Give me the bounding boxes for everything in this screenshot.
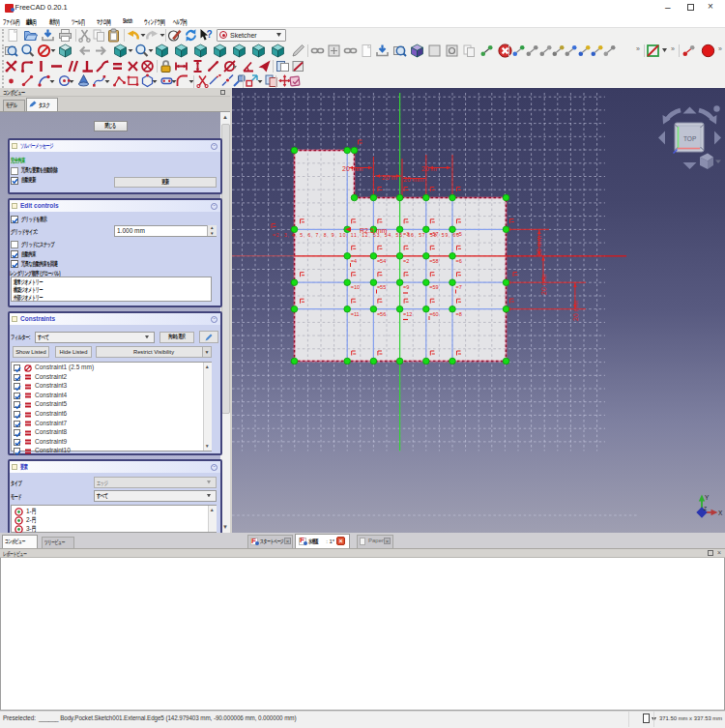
svg-text:R2.5 mm: R2.5 mm <box>360 227 388 234</box>
svg-text:=59: =59 <box>429 284 438 290</box>
svg-text:20 mm: 20 mm <box>403 176 424 183</box>
svg-text:X: X <box>718 510 723 516</box>
svg-text:=55: =55 <box>377 284 386 290</box>
svg-text:=60: =60 <box>429 311 438 317</box>
svg-text:20 mm: 20 mm <box>342 165 363 172</box>
svg-text:20 mm: 20 mm <box>572 300 579 321</box>
svg-text:=5: =5 <box>456 231 462 237</box>
svg-text:=57: =57 <box>429 231 438 237</box>
svg-text:20 m: 20 m <box>382 174 397 181</box>
svg-text:=58: =58 <box>429 258 438 264</box>
svg-text:Z: Z <box>704 506 707 511</box>
svg-text:20 mm: 20 mm <box>536 235 542 256</box>
svg-text:=4: =4 <box>351 258 357 264</box>
svg-text:=8: =8 <box>456 311 462 317</box>
svg-text:=3: =3 <box>403 231 409 237</box>
svg-text:=6: =6 <box>456 258 462 264</box>
svg-text:?: ? <box>207 29 213 40</box>
svg-text:Y: Y <box>705 494 710 501</box>
svg-text:=54: =54 <box>377 258 386 264</box>
svg-text:=12: =12 <box>403 311 412 317</box>
svg-text:=56: =56 <box>377 311 386 317</box>
svg-text:=2: =2 <box>403 258 409 264</box>
svg-text:20 mm: 20 mm <box>540 274 547 295</box>
svg-text:TOP: TOP <box>683 135 696 142</box>
svg-text:=11: =11 <box>351 311 360 317</box>
svg-text:=10: =10 <box>351 284 360 290</box>
svg-text:=9: =9 <box>403 284 409 290</box>
svg-text:=7: =7 <box>456 284 462 290</box>
svg-text:20 m: 20 m <box>421 165 437 172</box>
